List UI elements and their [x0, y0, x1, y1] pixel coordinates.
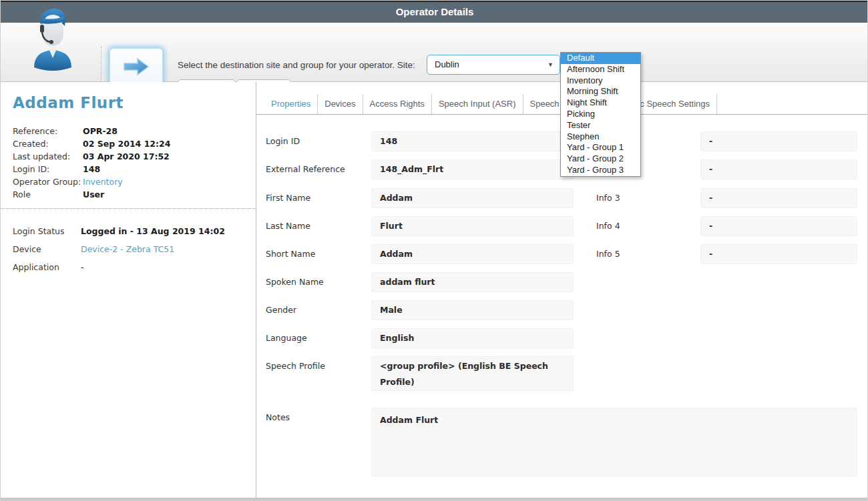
spoken-name-field: addam flurt — [371, 272, 574, 292]
role-value: User — [83, 188, 104, 201]
tab-properties[interactable]: Properties — [264, 94, 318, 114]
detail-row: Reference:OPR-28 — [13, 125, 246, 137]
arrow-right-icon — [122, 57, 150, 77]
tab-devices[interactable]: Devices — [318, 94, 363, 114]
site-select[interactable]: Dublin ▼ — [427, 55, 560, 75]
move-instruction-text: Select the destination site and group fo… — [178, 60, 415, 70]
dropdown-option[interactable]: Yard - Group 2 — [561, 153, 640, 165]
detail-row: Created:02 Sep 2014 12:24 — [13, 137, 246, 150]
detail-row: Login ID:148 — [13, 163, 246, 175]
operator-details-list: Reference:OPR-28 Created:02 Sep 2014 12:… — [13, 125, 246, 201]
window-titlebar: Operator Details — [1, 1, 868, 23]
first-name-field: Addam — [371, 188, 574, 208]
login-id-field: 148 — [371, 131, 574, 151]
group-dropdown-list: Default Afternoon Shift Inventory Mornin… — [560, 52, 641, 177]
created-value: 02 Sep 2014 12:24 — [83, 137, 170, 150]
horizontal-scrollbar[interactable] — [1, 498, 868, 501]
external-reference-field: 148_Adm_Flrt — [371, 159, 574, 179]
dropdown-option[interactable]: Yard - Group 3 — [561, 165, 640, 176]
chevron-down-icon: ▼ — [548, 55, 560, 74]
notes-field: Addam Flurt — [371, 408, 857, 476]
dropdown-option[interactable]: Tester — [561, 120, 640, 131]
reference-value: OPR-28 — [83, 125, 118, 137]
dropdown-option[interactable]: Night Shift — [561, 97, 640, 109]
login-status-value: Logged in - 13 Aug 2019 14:02 — [81, 222, 225, 240]
status-row: Application- — [13, 258, 246, 276]
info-2-field: - — [700, 159, 857, 179]
info-1-field: - — [700, 131, 857, 151]
operator-summary-panel: Addam Flurt Reference:OPR-28 Created:02 … — [1, 82, 256, 498]
toolbar: Move Select the destination site and gro… — [1, 23, 868, 82]
login-id-value: 148 — [83, 163, 100, 175]
dropdown-option[interactable]: Yard - Group 1 — [561, 142, 640, 153]
dropdown-option[interactable]: Inventory — [561, 75, 640, 87]
operator-name: Addam Flurt — [13, 94, 124, 111]
section-divider — [1, 208, 256, 209]
dropdown-option[interactable]: Morning Shift — [561, 86, 640, 97]
speech-profile-field: <group profile> (English BE Speech Profi… — [371, 356, 574, 391]
operator-status-list: Login StatusLogged in - 13 Aug 2019 14:0… — [13, 222, 246, 276]
tab-speech-input[interactable]: Speech Input (ASR) — [432, 94, 523, 114]
operator-headset-icon — [29, 6, 77, 71]
detail-row: Last updated:03 Apr 2020 17:52 — [13, 150, 246, 163]
dropdown-option[interactable]: Afternoon Shift — [561, 64, 640, 75]
dropdown-option[interactable]: Picking — [561, 109, 640, 120]
last-name-field: Flurt — [371, 216, 574, 236]
last-updated-value: 03 Apr 2020 17:52 — [83, 150, 170, 163]
tab-access-rights[interactable]: Access Rights — [363, 94, 432, 114]
device-link[interactable]: Device-2 - Zebra TC51 — [81, 240, 174, 258]
dropdown-option[interactable]: Stephen — [561, 131, 640, 143]
operator-details-window: Operator Details Move Select the destina… — [0, 0, 868, 501]
info-5-field: - — [700, 244, 857, 264]
gender-field: Male — [371, 300, 574, 320]
dropdown-option[interactable]: Default — [561, 53, 640, 64]
site-label: Site: — [397, 60, 415, 70]
status-row: Login StatusLogged in - 13 Aug 2019 14:0… — [13, 222, 246, 240]
status-row: DeviceDevice-2 - Zebra TC51 — [13, 240, 246, 258]
short-name-field: Addam — [371, 244, 574, 264]
window-title: Operator Details — [396, 6, 474, 17]
detail-row: RoleUser — [13, 188, 246, 201]
operator-group-link[interactable]: Inventory — [83, 175, 123, 188]
detail-row: Operator Group:Inventory — [13, 175, 246, 188]
site-select-value: Dublin — [427, 55, 548, 74]
info-4-field: - — [700, 216, 857, 236]
language-field: English — [371, 328, 574, 348]
application-value: - — [81, 258, 84, 276]
info-3-field: - — [700, 188, 857, 208]
